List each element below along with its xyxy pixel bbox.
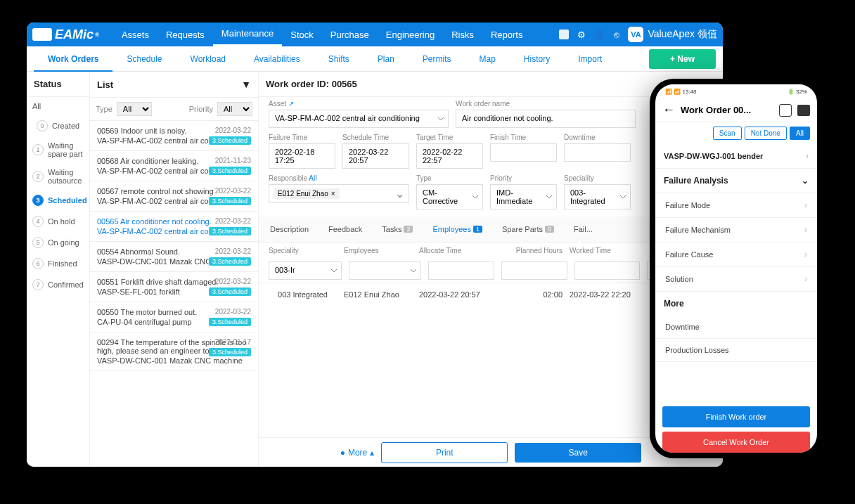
failure-time-input[interactable]: 2022-02-18 17:25 xyxy=(269,143,335,169)
subnav-plan[interactable]: Plan xyxy=(364,46,409,72)
status-on-going[interactable]: 5On going xyxy=(27,232,89,253)
new-button[interactable]: + New xyxy=(649,49,716,69)
type-select[interactable]: CM-Corrective xyxy=(416,184,483,209)
status-finished[interactable]: 6Finished xyxy=(27,253,89,274)
phone-row-failure-mode[interactable]: Failure Mode› xyxy=(655,193,817,218)
phone-mockup: 📶 📶 13:48🔋 32% ← Work Order 00... Scan N… xyxy=(650,79,823,458)
subnav-availabilities[interactable]: Availabilities xyxy=(240,46,314,72)
phone-row-downtime[interactable]: Downtime xyxy=(655,316,817,339)
list-column: List ▼ Type All Priority All 00569 Indoo… xyxy=(90,72,259,467)
emp-speciality-filter[interactable]: 003-Ir xyxy=(269,261,342,280)
phone-tab-not-done[interactable]: Not Done xyxy=(745,127,787,140)
chevron-down-icon[interactable]: ⌄ xyxy=(395,187,404,200)
list-item[interactable]: 00550 The motor burned out.CA-PU-04 cent… xyxy=(90,302,258,332)
chat-icon[interactable] xyxy=(797,105,810,116)
priority-filter[interactable]: All xyxy=(217,102,252,116)
phone-row-failure-mechanism[interactable]: Failure Mechanism› xyxy=(655,218,817,243)
cancel-button[interactable]: Cancel Work Order xyxy=(662,432,810,453)
more-button[interactable]: ● More ▴ xyxy=(340,448,375,458)
nav-stock[interactable]: Stock xyxy=(282,24,322,46)
list-item[interactable]: 00554 Abnormal Sound.VASP-DW-CNC-001 Maz… xyxy=(90,242,258,272)
list-header: List ▼ xyxy=(90,72,258,98)
finish-button[interactable]: Finish Work order xyxy=(662,406,810,427)
subnav-map[interactable]: Map xyxy=(465,46,510,72)
list-item[interactable]: 00567 remote control not showingVA-SP-FM… xyxy=(90,181,258,212)
target-time-input[interactable]: 2022-02-22 22:57 xyxy=(416,143,483,169)
sub-nav: Work Orders Schedule Workload Availabili… xyxy=(27,46,723,72)
priority-select[interactable]: IMD-Immediate xyxy=(490,184,557,209)
edit-icon[interactable] xyxy=(779,104,792,117)
nav-risks[interactable]: Risks xyxy=(443,24,482,46)
status-waiting-spare-part[interactable]: 1Waiting spare part xyxy=(27,136,89,163)
status-waiting-outsource[interactable]: 2Waiting outsource xyxy=(27,163,89,190)
subnav-import[interactable]: Import xyxy=(564,46,616,72)
schedule-time-input[interactable]: 2022-03-22 20:57 xyxy=(342,143,409,169)
phone-title: Work Order 00... xyxy=(681,105,773,115)
phone-row-failure-cause[interactable]: Failure Cause› xyxy=(655,243,817,267)
emp-worked-time-filter[interactable] xyxy=(574,261,641,280)
nav-reports[interactable]: Reports xyxy=(482,24,532,46)
subnav-work-orders[interactable]: Work Orders xyxy=(34,46,112,72)
tab-fail[interactable]: Fail... xyxy=(572,221,594,238)
asset-select[interactable]: VA-SP-FM-AC-002 central air conditioning xyxy=(269,110,449,128)
phone-tab-all[interactable]: All xyxy=(790,127,810,140)
nav-engineering[interactable]: Engineering xyxy=(378,24,443,46)
downtime-input[interactable] xyxy=(564,143,631,162)
emp-planned-filter[interactable] xyxy=(501,261,567,280)
phone-section-failure[interactable]: Failure Analysis⌄ xyxy=(655,169,817,193)
phone-asset-row[interactable]: VASP-DW-WGJ-001 bender› xyxy=(655,144,817,169)
logo: EAMic® xyxy=(32,27,99,42)
phone-row-production-losses[interactable]: Production Losses xyxy=(655,339,817,362)
top-bar: EAMic® Assets Requests Maintenance Stock… xyxy=(27,22,723,46)
list-item[interactable]: 00551 Forklift drive shaft damaged.VASP-… xyxy=(90,272,258,302)
status-header: Status xyxy=(27,72,89,97)
list-item[interactable]: 00294 The temperature of the spindle is … xyxy=(90,332,258,371)
subnav-shifts[interactable]: Shifts xyxy=(314,46,364,72)
external-link-icon[interactable]: ↗ xyxy=(288,100,294,108)
subnav-schedule[interactable]: Schedule xyxy=(112,46,176,72)
phone-status-bar: 📶 📶 13:48🔋 32% xyxy=(655,84,817,98)
tab-employees[interactable]: Employees 1 xyxy=(431,221,483,238)
user-icon[interactable]: 👤 xyxy=(594,30,605,40)
status-scheduled[interactable]: 3Scheduled xyxy=(27,190,89,211)
emp-allocate-filter[interactable] xyxy=(428,261,494,280)
tab-tasks[interactable]: Tasks 2 xyxy=(380,221,414,238)
status-confirmed[interactable]: 7Confirmed xyxy=(27,274,89,295)
tab-description[interactable]: Description xyxy=(269,221,310,238)
status-column: Status All 0Created1Waiting spare part2W… xyxy=(27,72,90,467)
speciality-select[interactable]: 003-Integrated xyxy=(564,184,631,209)
subnav-workload[interactable]: Workload xyxy=(176,46,240,72)
phone-tab-scan[interactable]: Scan xyxy=(713,127,742,140)
emp-employee-filter[interactable] xyxy=(349,261,422,280)
logout-icon[interactable]: ⎋ xyxy=(614,30,619,40)
nav-maintenance[interactable]: Maintenance xyxy=(213,22,282,46)
subnav-permits[interactable]: Permits xyxy=(409,46,465,72)
responsible-input[interactable]: E012 Enui Zhao× ⌄ xyxy=(269,184,409,203)
print-button[interactable]: Print xyxy=(381,442,508,463)
filter-icon[interactable]: ▼ xyxy=(241,79,251,90)
wo-name-input[interactable]: Air conditioner not cooling. xyxy=(456,110,636,128)
list-item[interactable]: 00568 Air conditioner leaking.VA-SP-FM-A… xyxy=(90,151,258,181)
nav-assets[interactable]: Assets xyxy=(113,24,158,46)
list-item[interactable]: 00569 Indoor unit is noisy.VA-SP-FM-AC-0… xyxy=(90,121,258,151)
status-all[interactable]: All xyxy=(27,97,89,115)
brand-badge-icon: VA xyxy=(628,27,643,42)
nav-purchase[interactable]: Purchase xyxy=(322,24,378,46)
gear-icon[interactable]: ⚙ xyxy=(577,30,586,40)
remove-icon[interactable]: × xyxy=(331,190,335,198)
subnav-history[interactable]: History xyxy=(510,46,564,72)
nav-requests[interactable]: Requests xyxy=(158,24,213,46)
type-filter[interactable]: All xyxy=(117,102,152,116)
finish-time-input[interactable] xyxy=(490,143,557,162)
tab-spare-parts[interactable]: Spare Parts 0 xyxy=(501,221,555,238)
chevron-right-icon: › xyxy=(806,151,809,161)
save-button[interactable]: Save xyxy=(515,443,641,463)
tab-feedback[interactable]: Feedback xyxy=(327,221,364,238)
chevron-down-icon: ⌄ xyxy=(802,176,809,186)
phone-row-solution[interactable]: Solution› xyxy=(655,267,817,292)
back-icon[interactable]: ← xyxy=(662,103,675,117)
list-item[interactable]: 00565 Air conditioner not cooling.VA-SP-… xyxy=(90,212,258,242)
status-on-hold[interactable]: 4On hold xyxy=(27,211,89,232)
chat-icon[interactable] xyxy=(559,30,569,39)
status-created[interactable]: 0Created xyxy=(27,115,89,136)
